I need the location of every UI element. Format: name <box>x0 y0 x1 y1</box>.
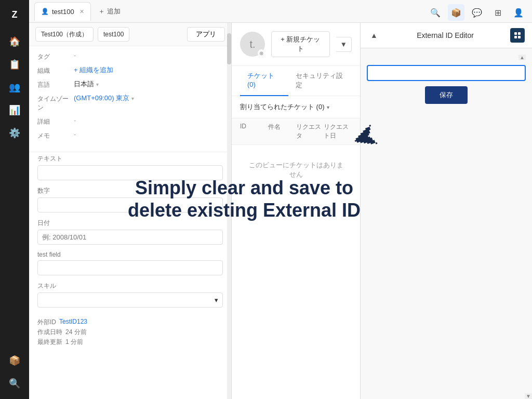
no-tickets-message: このビューにチケットはありません <box>232 145 360 195</box>
number-input[interactable] <box>37 197 223 212</box>
col-id: ID <box>240 123 268 140</box>
external-id-input[interactable] <box>367 65 526 81</box>
tab-security[interactable]: セキュリティ設定 <box>288 66 352 96</box>
tag-label: タグ <box>37 51 74 61</box>
memo-value: - <box>74 130 223 138</box>
skill-select[interactable]: ▾ <box>37 292 223 308</box>
detail-row: 詳細 - <box>37 116 223 126</box>
sidebar-item-tickets[interactable]: 📋 <box>4 54 25 75</box>
org-row: 組織 + 組織を追加 <box>37 65 223 75</box>
sidebar: Z 🏠 📋 👥 📊 ⚙️ 📦 🔍 <box>0 0 29 399</box>
svg-rect-2 <box>514 36 517 38</box>
lang-label: 言語 <box>37 79 74 89</box>
right-panel-title: External ID Editor <box>417 31 474 39</box>
topbar-right: 🔍 📦 💬 ⊞ 👤 <box>427 4 527 21</box>
test-field-input[interactable] <box>37 260 223 275</box>
col-date: リクエスト日 <box>324 123 352 140</box>
new-ticket-button[interactable]: + 新規チケット <box>271 31 330 57</box>
col-subject: 件名 <box>268 123 296 140</box>
scroll-up-button[interactable]: ▲ <box>518 55 526 60</box>
tickets-table-header: ID 件名 リクエスタ リクエスト日 <box>232 118 360 145</box>
test-field-label: test field <box>37 251 223 258</box>
detail-value: - <box>74 116 223 124</box>
updated-label: 最終更新 <box>37 338 62 347</box>
app-logo: Z <box>5 5 24 24</box>
user-tab-icon: 👤 <box>41 8 49 15</box>
left-panel: Test100（作成） test100 アプリ タグ - 組織 + 組織を追加 … <box>29 23 232 399</box>
topbar-avatar[interactable]: 👤 <box>510 4 527 21</box>
assigned-section[interactable]: 割り当てられたチケット (0) ▾ <box>232 96 360 118</box>
lang-value: 日本語 ▾ <box>74 79 223 89</box>
org-label: 組織 <box>37 65 74 75</box>
app-button[interactable]: アプリ <box>187 27 225 42</box>
updated-value: 1 分前 <box>65 338 83 347</box>
avatar-status-icon: ⊕ <box>259 50 263 56</box>
collapse-button[interactable]: ▲ <box>368 29 380 42</box>
topbar-apps-icon[interactable]: 📦 <box>448 4 464 21</box>
tab-add[interactable]: ＋ 追加 <box>93 7 126 16</box>
topbar-grid-icon[interactable]: ⊞ <box>489 4 506 21</box>
user-fields: タグ - 組織 + 組織を追加 言語 日本語 ▾ タイムゾーン (GMT+09:… <box>29 46 231 150</box>
tab-tickets[interactable]: チケット (0) <box>240 66 288 96</box>
detail-label: 詳細 <box>37 116 74 126</box>
date-label: 日付 <box>37 219 223 228</box>
svg-rect-0 <box>514 32 517 35</box>
tab-test100-label: test100 <box>52 8 74 16</box>
number-label: 数字 <box>37 187 223 195</box>
scroll-indicator <box>227 23 231 399</box>
new-ticket-dropdown-button[interactable]: ▼ <box>336 37 352 52</box>
right-panel: ▲ External ID Editor ▲ 保存 ▼ <box>361 23 532 399</box>
date-input[interactable] <box>37 230 223 245</box>
avatar-initial: t. <box>249 38 255 50</box>
memo-label: メモ <box>37 130 74 140</box>
ext-editor-icon <box>510 28 525 43</box>
text-input[interactable] <box>37 165 223 180</box>
tag-row: タグ - <box>37 51 223 61</box>
svg-rect-3 <box>518 36 521 38</box>
right-panel-header: ▲ External ID Editor <box>361 23 532 48</box>
sidebar-item-home[interactable]: 🏠 <box>4 31 25 52</box>
ext-id-section: 外部ID TestID123 作成日時 24 分前 最終更新 1 分前 <box>29 313 231 353</box>
ext-id-value: TestID123 <box>59 318 87 327</box>
sidebar-item-settings[interactable]: ⚙️ <box>4 123 25 143</box>
lang-chevron-icon: ▾ <box>96 82 99 87</box>
tz-value: (GMT+09:00) 東京 ▾ <box>74 94 223 103</box>
memo-row: メモ - <box>37 130 223 140</box>
breadcrumb: Test100（作成） test100 アプリ <box>29 23 231 46</box>
form-section: テキスト 数字 日付 test field スキル ▾ <box>29 154 231 313</box>
breadcrumb-item-1[interactable]: test100 <box>98 27 129 42</box>
breadcrumb-item-0[interactable]: Test100（作成） <box>35 27 94 42</box>
org-add-link[interactable]: + 組織を追加 <box>74 65 113 75</box>
text-label: テキスト <box>37 154 223 163</box>
assigned-label: 割り当てられたチケット (0) <box>240 102 325 112</box>
scroll-down-button[interactable]: ▼ <box>525 393 532 399</box>
sidebar-item-search[interactable]: 🔍 <box>4 373 25 394</box>
sidebar-item-users[interactable]: 👥 <box>4 77 25 98</box>
tz-chevron-icon: ▾ <box>131 96 134 101</box>
tag-value: - <box>74 51 223 59</box>
tab-close-icon[interactable]: ✕ <box>79 8 84 15</box>
middle-panel: t. ⊕ + 新規チケット ▼ チケット (0) セキュリティ設定 割り当てられ… <box>232 23 361 399</box>
assigned-chevron-icon: ▾ <box>327 104 329 110</box>
avatar: t. ⊕ <box>240 32 265 57</box>
created-row: 作成日時 24 分前 <box>37 328 223 337</box>
user-header: t. ⊕ + 新規チケット ▼ <box>232 23 360 66</box>
save-button[interactable]: 保存 <box>425 86 468 104</box>
col-requester: リクエスタ <box>296 123 324 140</box>
tab-bar: 👤 test100 ✕ ＋ 追加 🔍 📦 💬 ⊞ 👤 <box>29 0 532 23</box>
tab-test100[interactable]: 👤 test100 ✕ <box>34 2 91 21</box>
created-label: 作成日時 <box>37 328 62 337</box>
sidebar-item-apps[interactable]: 📦 <box>4 350 25 371</box>
ext-id-row: 外部ID TestID123 <box>37 318 223 327</box>
topbar-search-icon[interactable]: 🔍 <box>427 4 444 21</box>
lang-row: 言語 日本語 ▾ <box>37 79 223 89</box>
topbar-chat-icon[interactable]: 💬 <box>469 4 485 21</box>
middle-tabs: チケット (0) セキュリティ設定 <box>232 66 360 96</box>
avatar-status: ⊕ <box>258 49 265 57</box>
skill-chevron-icon: ▾ <box>215 296 218 304</box>
sidebar-item-reports[interactable]: 📊 <box>4 100 25 121</box>
updated-row: 最終更新 1 分前 <box>37 338 223 347</box>
tz-row: タイムゾーン (GMT+09:00) 東京 ▾ <box>37 94 223 112</box>
scroll-thumb[interactable] <box>227 33 231 64</box>
ext-id-label: 外部ID <box>37 318 56 327</box>
